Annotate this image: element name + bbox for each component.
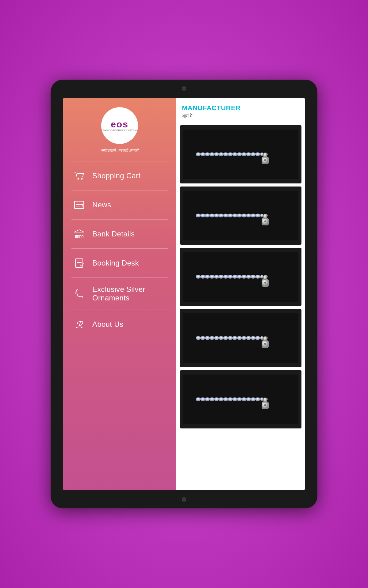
svg-point-85 [246,337,251,340]
svg-point-52 [260,214,264,217]
product-list [176,122,305,490]
svg-point-109 [264,404,266,406]
svg-point-41 [210,214,214,217]
svg-rect-10 [78,236,79,238]
svg-point-1 [81,178,83,180]
booking-label: Booking Desk [92,259,139,267]
svg-point-86 [251,337,255,340]
svg-point-23 [210,153,214,156]
svg-rect-11 [80,236,81,238]
sidebar-item-booking-desk[interactable]: Booking Desk [63,251,176,276]
svg-point-80 [224,337,228,340]
menu-divider-top [71,161,168,161]
svg-point-87 [255,337,260,340]
menu-divider-1 [71,190,168,190]
sidebar-item-exclusive-silver-ornaments[interactable]: Exclusive Silver Ornaments [63,280,176,308]
svg-point-97 [219,398,224,401]
svg-text:ℛ: ℛ [75,320,83,330]
product-card[interactable] [180,248,301,306]
svg-point-40 [205,214,210,217]
svg-point-95 [210,398,214,401]
product-image [183,375,298,424]
sidebar-item-shopping-cart[interactable]: Shopping Cart [63,163,176,188]
svg-point-20 [196,153,201,156]
news-label: News [92,201,111,209]
svg-point-59 [210,275,214,279]
svg-point-42 [214,214,219,217]
svg-point-69 [255,275,260,279]
svg-point-39 [201,214,205,217]
camera [182,86,186,91]
svg-point-77 [210,337,214,340]
logo-tagline: :: सोच हमारी, तरक्की आपकी :: [98,148,142,153]
svg-point-31 [246,153,251,156]
main-content: MANUFACTURER आम में [176,98,305,490]
screen: eos EASY ORDERING SYSTEM :: सोच हमारी, त… [63,98,305,490]
svg-point-96 [214,398,219,401]
news-icon [72,198,86,212]
svg-point-67 [246,275,251,279]
svg-point-34 [260,153,264,156]
logo-company-name: EASY ORDERING SYSTEM [102,129,137,132]
svg-point-60 [214,275,219,279]
svg-point-24 [214,153,219,156]
svg-rect-2 [75,201,84,209]
svg-point-63 [228,275,232,279]
menu-divider-4 [71,277,168,278]
svg-point-66 [242,275,246,279]
svg-point-26 [224,153,228,156]
product-card[interactable] [180,370,301,428]
svg-point-75 [201,337,205,340]
main-header: MANUFACTURER आम में [176,98,305,122]
main-header-subtitle: आम में [182,113,300,119]
svg-point-0 [78,178,79,180]
svg-point-78 [214,337,219,340]
product-card[interactable] [180,125,301,183]
sidebar-item-about-us[interactable]: ℛ About Us [63,312,176,337]
svg-point-46 [232,214,237,217]
svg-point-105 [255,398,260,401]
svg-point-33 [255,153,260,156]
svg-point-51 [255,214,260,217]
svg-point-103 [246,398,251,401]
svg-point-44 [224,214,228,217]
sidebar-item-news[interactable]: News [63,192,176,217]
svg-point-100 [232,398,237,401]
logo-container: eos EASY ORDERING SYSTEM :: सोच हमारी, त… [98,98,142,159]
menu-divider-2 [71,219,168,220]
booking-icon [72,256,86,270]
svg-point-93 [201,398,205,401]
svg-point-25 [219,153,224,156]
home-button[interactable] [182,497,186,502]
svg-point-70 [260,275,264,279]
ornaments-icon [72,287,86,301]
svg-marker-8 [74,230,84,232]
svg-point-27 [228,153,232,156]
sidebar-item-bank-details[interactable]: Bank Details [63,221,176,247]
svg-point-45 [228,214,232,217]
svg-point-92 [196,398,201,401]
svg-point-57 [201,275,205,279]
main-header-title: MANUFACTURER [182,104,300,112]
svg-rect-12 [82,236,83,238]
svg-point-30 [242,153,246,156]
svg-point-81 [228,337,232,340]
cart-icon [72,169,86,183]
svg-point-79 [219,337,224,340]
svg-point-48 [242,214,246,217]
svg-point-91 [264,343,266,345]
tablet-device: eos EASY ORDERING SYSTEM :: सोच हमारी, त… [51,80,317,508]
svg-point-99 [228,398,232,401]
svg-point-98 [224,398,228,401]
svg-point-56 [196,275,201,279]
product-card[interactable] [180,309,301,367]
svg-point-106 [260,398,264,401]
logo-brand: eos [111,120,128,129]
menu-divider-3 [71,248,168,249]
svg-point-49 [246,214,251,217]
product-card[interactable] [180,187,301,245]
svg-point-65 [237,275,242,279]
svg-point-83 [237,337,242,340]
svg-point-82 [232,337,237,340]
svg-point-84 [242,337,246,340]
